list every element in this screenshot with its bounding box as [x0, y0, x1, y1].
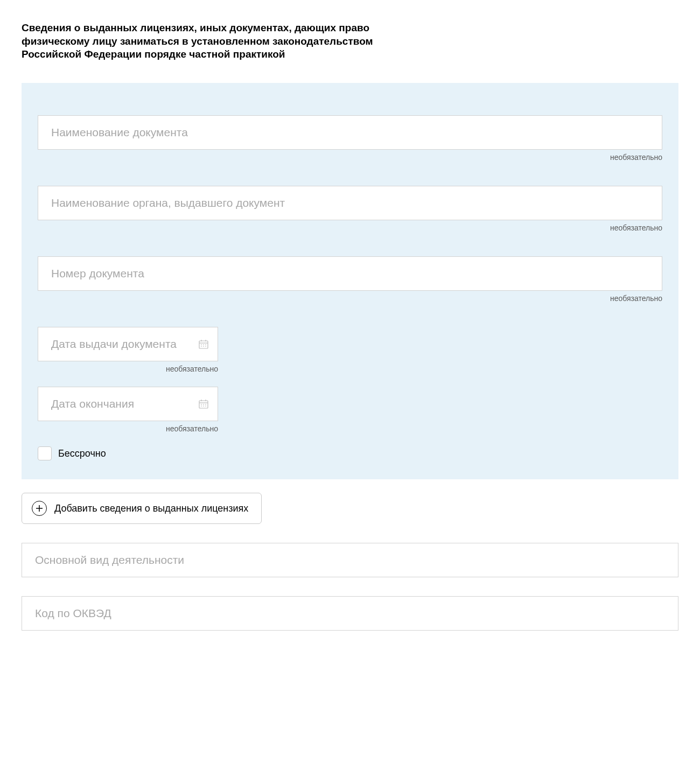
- plus-icon: [32, 501, 47, 516]
- license-panel: необязательно необязательно необязательн…: [22, 83, 678, 479]
- main-activity-input[interactable]: [22, 543, 678, 577]
- perpetual-checkbox[interactable]: [38, 446, 52, 460]
- perpetual-label: Бессрочно: [58, 448, 106, 459]
- doc-name-group: необязательно: [38, 115, 662, 162]
- end-date-group: необязательно: [38, 387, 662, 433]
- add-license-label: Добавить сведения о выданных лицензиях: [54, 503, 248, 514]
- end-date-helper: необязательно: [38, 424, 218, 433]
- issue-date-group: необязательно: [38, 327, 662, 373]
- issue-date-input[interactable]: [38, 327, 218, 361]
- perpetual-row: Бессрочно: [38, 446, 662, 460]
- main-activity-group: [22, 543, 678, 577]
- issue-date-helper: необязательно: [38, 365, 218, 373]
- add-license-button[interactable]: Добавить сведения о выданных лицензиях: [22, 493, 262, 524]
- doc-name-input[interactable]: [38, 115, 662, 150]
- doc-number-input[interactable]: [38, 256, 662, 291]
- doc-number-group: необязательно: [38, 256, 662, 303]
- issuer-group: необязательно: [38, 186, 662, 232]
- okved-code-group: [22, 596, 678, 631]
- section-heading: Сведения о выданных лицензиях, иных доку…: [22, 22, 388, 61]
- issuer-helper: необязательно: [38, 223, 662, 232]
- end-date-input[interactable]: [38, 387, 218, 421]
- doc-number-helper: необязательно: [38, 294, 662, 303]
- issuer-input[interactable]: [38, 186, 662, 220]
- doc-name-helper: необязательно: [38, 153, 662, 162]
- okved-code-input[interactable]: [22, 596, 678, 631]
